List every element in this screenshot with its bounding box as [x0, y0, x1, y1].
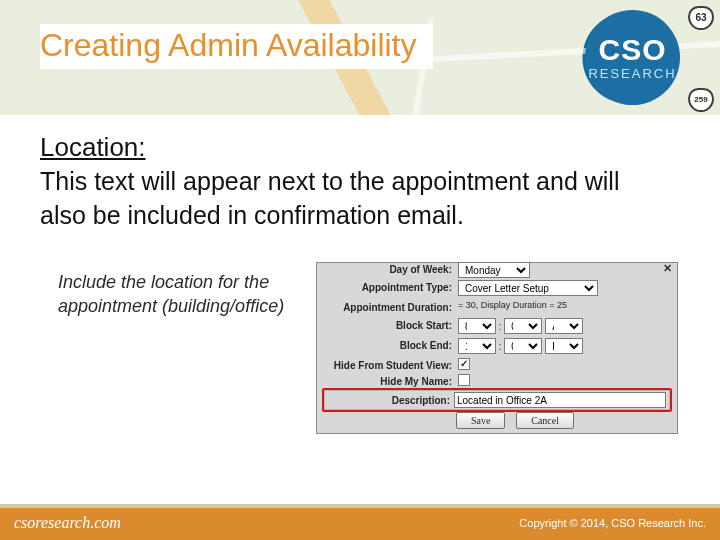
route-shield-259: 259	[688, 88, 714, 112]
appointment-type-select[interactable]: Cover Letter Setup	[458, 280, 598, 296]
button-row: Save Cancel	[456, 412, 582, 429]
form-inner: ✕ Day of Week: Monday Appointment Type: …	[318, 264, 676, 432]
section-paragraph: This text will appear next to the appoin…	[40, 165, 650, 233]
footer-copyright: Copyright © 2014, CSO Research Inc.	[519, 517, 706, 529]
block-end-label: Block End:	[318, 340, 452, 351]
time-colon: :	[499, 341, 502, 352]
block-start-minute[interactable]: 00	[504, 318, 542, 334]
hide-my-name-checkbox[interactable]	[458, 374, 470, 386]
save-button[interactable]: Save	[456, 412, 505, 429]
body-text: Location: This text will appear next to …	[40, 130, 650, 233]
cso-logo: CSO RESEARCH	[585, 10, 680, 105]
appointment-duration-value: = 30, Display Duration = 25	[458, 300, 567, 310]
page-title: Creating Admin Availability	[40, 28, 417, 63]
block-end-ampm[interactable]: PM	[545, 338, 583, 354]
description-label: Description:	[324, 395, 450, 406]
hide-from-student-checkbox[interactable]: ✓	[458, 358, 470, 370]
time-colon: :	[499, 321, 502, 332]
block-start-ampm[interactable]: AM	[545, 318, 583, 334]
footer-site: csoresearch.com	[14, 514, 121, 532]
side-note: Include the location for the appointment…	[58, 270, 288, 319]
route-shield-63: 63	[688, 6, 714, 30]
hide-from-student-label: Hide From Student View:	[318, 360, 452, 371]
appointment-duration-label: Appointment Duration:	[318, 302, 452, 313]
form-screenshot: ✕ Day of Week: Monday Appointment Type: …	[316, 262, 678, 434]
block-end-hour[interactable]: 12	[458, 338, 496, 354]
block-start-hour[interactable]: 8	[458, 318, 496, 334]
cancel-button[interactable]: Cancel	[516, 412, 574, 429]
logo-text-sub: RESEARCH	[588, 67, 676, 80]
block-end-minute[interactable]: 00	[504, 338, 542, 354]
footer-bar: csoresearch.com Copyright © 2014, CSO Re…	[0, 504, 720, 540]
logo-text-main: CSO	[598, 35, 666, 65]
hide-my-name-label: Hide My Name:	[318, 376, 452, 387]
day-of-week-label: Day of Week:	[318, 264, 452, 275]
day-of-week-select[interactable]: Monday	[458, 262, 530, 278]
appointment-type-label: Appointment Type:	[318, 282, 452, 293]
block-start-label: Block Start:	[318, 320, 452, 331]
description-input[interactable]	[454, 392, 666, 408]
description-row-highlight: Description:	[322, 388, 672, 412]
section-heading: Location:	[40, 132, 146, 162]
title-container: Creating Admin Availability	[40, 24, 433, 69]
slide: 63 259 CSO RESEARCH Creating Admin Avail…	[0, 0, 720, 540]
